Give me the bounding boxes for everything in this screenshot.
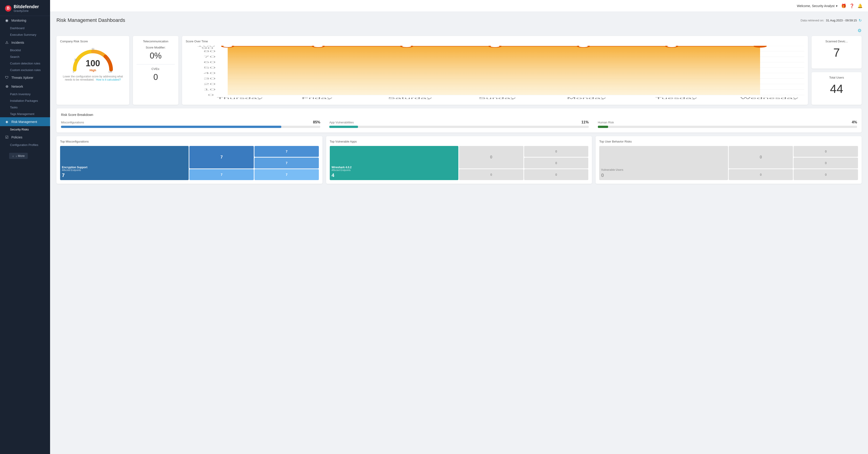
sidebar-item-search[interactable]: Search	[0, 54, 50, 60]
sidebar-item-dashboard[interactable]: Dashboard	[0, 25, 50, 31]
svg-point-32	[313, 46, 324, 48]
scanned-devices-title: Scanned Devic...	[816, 40, 857, 43]
more-label: ↓ More	[16, 154, 25, 157]
user-menu[interactable]: Welcome, Security Analyst ▾	[797, 4, 837, 8]
company-risk-score-card: Company Risk Score 0 25 50	[57, 36, 129, 105]
bottom-cards-row: Top Misconfigurations Encryption Support…	[57, 136, 862, 184]
top-vulnerable-apps-title: Top Vulnerable Apps	[330, 140, 589, 143]
vuln-apps-cell-4[interactable]: 0	[524, 157, 589, 169]
more-button[interactable]: ↓ ↓ More	[9, 153, 28, 159]
sidebar-item-custom-exclusion[interactable]: Custom exclusion rules	[0, 67, 50, 73]
human-risk-bar-fill	[598, 126, 608, 128]
policies-icon: ☑	[5, 135, 9, 139]
vuln-apps-cell-3[interactable]: 0	[524, 146, 589, 157]
misconfigs-pct: 85%	[313, 120, 320, 124]
network-label: Network	[11, 85, 23, 88]
sidebar-item-tags-management[interactable]: Tags Management	[0, 111, 50, 117]
sidebar-item-custom-detection[interactable]: Custom detection rules	[0, 60, 50, 67]
vuln-apps-main-value: 4	[332, 172, 457, 178]
misconfigs-label: Misconfigurations	[61, 121, 84, 124]
total-users-card: Total Users 44	[811, 72, 862, 105]
telecom-cves-label: CVEs:	[136, 67, 175, 70]
how-calculated-link[interactable]: How is it calculated?	[96, 78, 121, 81]
sidebar-item-patch-inventory[interactable]: Patch Inventory	[0, 91, 50, 97]
sidebar-item-tasks[interactable]: Tasks	[0, 104, 50, 111]
svg-text:100: 100	[108, 70, 112, 73]
vuln-apps-cell-2[interactable]: 0	[459, 146, 523, 169]
sidebar-item-executive-summary[interactable]: Executive Summary	[0, 31, 50, 38]
sidebar-item-installation-packages[interactable]: Installation Packages	[0, 97, 50, 104]
vuln-apps-main-cell[interactable]: Wireshark 4.0.2 Affected Endpoints 4	[330, 146, 458, 180]
misconfigs-main-sub: Affected Endpoints	[62, 169, 187, 172]
svg-text:Monday: Monday	[567, 97, 606, 99]
sidebar-item-threats-xplorer[interactable]: 🛡 Threats Xplorer	[0, 73, 50, 82]
breakdown-human-risk: Human Risk 4%	[598, 120, 857, 128]
svg-text:50: 50	[92, 48, 94, 50]
svg-text:70: 70	[204, 56, 216, 58]
refresh-icon[interactable]: ↻	[859, 18, 862, 23]
settings-bar: ⚙	[57, 28, 862, 33]
svg-text:Saturday: Saturday	[388, 97, 432, 99]
user-risks-cell-6[interactable]: 0	[794, 169, 858, 180]
notification-icon[interactable]: 🔔	[858, 3, 863, 8]
gauge-container: 0 25 50 75 100 100 High	[70, 46, 116, 71]
svg-text:10: 10	[204, 88, 216, 91]
svg-text:20: 20	[204, 83, 216, 85]
misconfigs-cell-5[interactable]: 7	[189, 169, 254, 180]
sidebar-item-config-profiles[interactable]: Configuration Profiles	[0, 142, 50, 148]
svg-text:25: 25	[74, 59, 77, 61]
help-icon[interactable]: ❓	[849, 3, 854, 8]
main-content: Welcome, Security Analyst ▾ 🎁 ❓ 🔔 Risk M…	[50, 0, 868, 454]
sidebar-item-network[interactable]: ⊕ Network	[0, 82, 50, 91]
svg-text:High: High	[90, 68, 96, 72]
sidebar-item-incidents[interactable]: ⚠ Incidents	[0, 38, 50, 47]
telecom-modifier-value: 0%	[136, 51, 175, 61]
sidebar-item-policies[interactable]: ☑ Policies	[0, 133, 50, 142]
misconfigs-cell-2[interactable]: 7	[189, 146, 254, 169]
svg-text:Tuesday: Tuesday	[655, 97, 697, 99]
app-vuln-label: App Vulnerabilities	[329, 121, 354, 124]
vuln-apps-main-sub: Affected Endpoints	[332, 169, 457, 172]
misconfigs-main-label: Encryption Support	[62, 166, 187, 169]
svg-point-33	[401, 46, 412, 48]
vuln-apps-main-label: Wireshark 4.0.2	[332, 166, 457, 169]
app-name: Bitdefender	[14, 4, 39, 9]
data-retrieved-value: 31.Aug.2023 - 09:59:15	[826, 19, 857, 22]
risk-score-breakdown-card: Risk Score Breakdown Misconfigurations 8…	[57, 109, 862, 132]
misconfigs-cell-3[interactable]: 7	[254, 146, 319, 157]
svg-text:100: 100	[197, 46, 215, 47]
vuln-apps-cell-5[interactable]: 0	[459, 169, 523, 180]
svg-text:40: 40	[204, 72, 216, 74]
sidebar-logo: B Bitdefender GravityZone	[0, 0, 50, 16]
svg-text:30: 30	[204, 78, 216, 80]
score-over-time-title: Score Over Time	[186, 40, 804, 43]
sidebar-item-security-risks[interactable]: Security Risks	[0, 126, 50, 133]
telecom-divider	[136, 64, 175, 64]
user-risks-cell-5[interactable]: 0	[729, 169, 793, 180]
sidebar-item-blocklist[interactable]: Blocklist	[0, 47, 50, 54]
misconfigs-main-value: 7	[62, 172, 187, 178]
sidebar-item-monitoring[interactable]: ◉ Monitoring	[0, 16, 50, 25]
page-title: Risk Management Dashboards	[57, 17, 125, 23]
vuln-apps-cell-6[interactable]: 0	[524, 169, 589, 180]
data-retrieved-label: Data retrieved on:	[801, 19, 824, 22]
misconfigs-cell-4[interactable]: 7	[254, 157, 319, 169]
svg-text:100: 100	[86, 59, 100, 68]
human-risk-pct: 4%	[852, 120, 857, 124]
user-risks-cell-2[interactable]: 0	[729, 146, 793, 169]
svg-point-34	[490, 46, 501, 48]
svg-marker-30	[227, 46, 760, 95]
scanned-devices-card: Scanned Devic... 7	[811, 36, 862, 68]
misconfigs-main-cell[interactable]: Encryption Support Affected Endpoints 7	[60, 146, 189, 180]
gift-icon[interactable]: 🎁	[841, 3, 846, 8]
user-risks-cell-4[interactable]: 0	[794, 157, 858, 169]
user-risks-cell-3[interactable]: 0	[794, 146, 858, 157]
user-risks-main-label: Vulnerable Users	[601, 168, 726, 172]
user-risks-main-cell[interactable]: Vulnerable Users 0	[599, 146, 728, 180]
top-misconfigs-title: Top Misconfigurations	[60, 140, 319, 143]
sidebar-item-risk-management[interactable]: ◈ Risk Management	[0, 117, 50, 126]
svg-point-35	[578, 46, 589, 48]
misconfigs-cell-6[interactable]: 7	[254, 169, 319, 180]
incidents-label: Incidents	[11, 41, 24, 44]
settings-gear-icon[interactable]: ⚙	[858, 28, 862, 33]
